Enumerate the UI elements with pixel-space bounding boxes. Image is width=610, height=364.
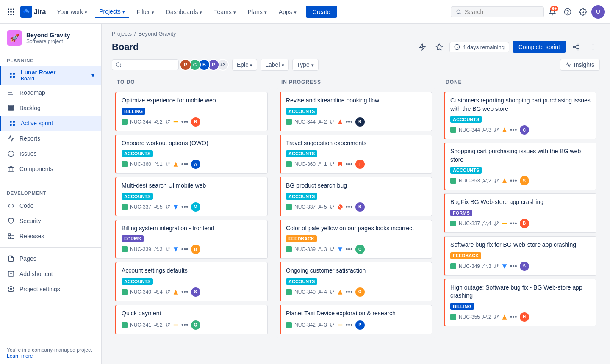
learn-more-link[interactable]: Learn more [7,353,33,359]
notifications-button[interactable]: 9+ [546,5,559,19]
type-filter-button[interactable]: Type [292,59,319,71]
svg-rect-53 [173,121,178,122]
svg-point-104 [497,128,498,130]
nav-right: 9+ U [451,5,605,19]
svg-point-49 [155,120,157,121]
card-more-button[interactable]: ••• [346,321,353,329]
complete-sprint-button[interactable]: Complete sprint [513,41,566,53]
svg-point-117 [497,264,498,265]
table-row[interactable]: Ongoing customer satisfaction ACCOUNTS N… [280,262,432,301]
card-footer: NUC-339 3 ••• B [122,245,262,254]
card-more-button[interactable]: ••• [510,220,517,227]
card-more-button[interactable]: ••• [346,245,353,253]
nav-apps[interactable]: Apps [274,6,301,18]
card-more-button[interactable]: ••• [346,118,353,126]
card-more-button[interactable]: ••• [346,288,353,296]
nav-projects[interactable]: Projects [95,6,129,18]
card-more-button[interactable]: ••• [510,313,517,321]
sidebar-item-pages[interactable]: Pages [0,251,101,266]
table-row[interactable]: Account settings defaults ACCOUNTS NUC-3… [115,262,268,301]
card-count: 5 [318,204,327,210]
table-row[interactable]: Software bug fix for BG Web-store app cr… [444,236,596,276]
help-button[interactable] [561,5,574,19]
table-row[interactable]: BugFix BG Web-store app crashing FORMS N… [444,193,596,233]
jira-logo[interactable]: Jira [20,6,46,18]
nav-dashboards[interactable]: Dashboards [162,6,207,18]
table-row[interactable]: Quick payment NUC-341 2 ••• Q [115,305,268,334]
nav-filter[interactable]: Filter [133,6,158,18]
sidebar-item-add-shortcut[interactable]: Add shortcut [0,266,101,281]
card-more-button[interactable]: ••• [181,160,189,168]
settings-button[interactable] [576,5,590,19]
card-title: Customers reporting shopping cart purcha… [450,97,591,113]
subtask-icon [154,162,159,167]
table-row[interactable]: Customers reporting shopping cart purcha… [444,92,596,139]
sidebar-item-issues[interactable]: Issues [0,146,101,161]
search-bar[interactable] [451,6,544,17]
lightning-button[interactable] [416,40,429,54]
nav-plans[interactable]: Plans [244,6,271,18]
sidebar-item-roadmap[interactable]: Roadmap [0,85,101,100]
card-more-button[interactable]: ••• [181,118,189,126]
table-row[interactable]: Optimize experience for mobile web BILLI… [115,92,268,131]
breadcrumb-projects[interactable]: Projects [112,30,132,37]
sidebar-item-backlog[interactable]: Backlog [0,100,101,116]
user-avatar[interactable]: U [591,5,605,19]
star-button[interactable] [433,40,446,54]
table-row[interactable]: High outage: Software bug fix - BG Web-s… [444,279,596,326]
card-more-button[interactable]: ••• [346,160,353,168]
svg-rect-7 [10,14,11,15]
releases-icon [7,232,15,240]
project-settings-svg [8,286,14,292]
sidebar-item-lunar-rover[interactable]: Lunar Rover Board ▾ [0,66,101,85]
sidebar-item-active-sprint[interactable]: Active sprint [0,116,101,131]
svg-rect-20 [8,108,14,109]
table-row[interactable]: Shopping cart purchasing issues with the… [444,143,596,190]
table-row[interactable]: Color of pale yellow on our pages looks … [280,220,432,259]
table-row[interactable]: Travel suggestion experiments ACCOUNTS N… [280,135,432,174]
nav-teams[interactable]: Teams [210,6,240,18]
card-more-button[interactable]: ••• [510,262,517,270]
assignee-avatar: B [355,202,365,212]
card-count: 3 [318,246,327,252]
sidebar-item-code[interactable]: Code [0,198,101,213]
more-options-button[interactable] [586,40,600,54]
sidebar-item-reports[interactable]: Reports [0,131,101,146]
card-more-button[interactable]: ••• [346,203,353,211]
board-search-input[interactable] [124,61,175,68]
label-filter-button[interactable]: Label [261,59,288,71]
search-input[interactable] [465,8,528,15]
card-id: NUC-344 [294,119,316,125]
card-more-button[interactable]: ••• [510,177,517,185]
breadcrumb-project-name[interactable]: Beyond Gravity [139,30,176,37]
table-row[interactable]: Revise and streamline booking flow ACCOU… [280,92,432,131]
card-tag: ACCOUNTS [286,150,317,157]
board-search[interactable] [112,59,179,70]
table-row[interactable]: Planet Taxi Device exploration & researc… [280,305,432,334]
table-row[interactable]: Onboard workout options (OWO) ACCOUNTS N… [115,135,268,174]
story-icon [286,204,292,210]
sidebar-item-releases[interactable]: Releases [0,229,101,244]
settings-icon [579,8,587,16]
card-more-button[interactable]: ••• [181,321,189,329]
card-more-button[interactable]: ••• [181,288,189,296]
svg-point-44 [593,44,593,45]
epic-filter-button[interactable]: Epic [232,59,257,71]
share-button[interactable] [569,40,583,54]
avatar-1[interactable]: R [180,59,191,71]
insights-button[interactable]: Insights [560,59,600,71]
table-row[interactable]: Multi-dest search UI mobile web ACCOUNTS… [115,177,268,216]
card-title: Revise and streamline booking flow [286,97,427,105]
card-more-button[interactable]: ••• [181,245,189,253]
table-row[interactable]: BG product search bug ACCOUNTS NUC-337 5… [280,177,432,216]
sidebar-item-components[interactable]: Components [0,161,101,176]
apps-grid-icon[interactable] [5,6,17,18]
sidebar-item-security[interactable]: Security [0,213,101,229]
nav-your-work[interactable]: Your work [53,6,92,18]
card-more-button[interactable]: ••• [510,126,517,134]
card-more-button[interactable]: ••• [181,203,189,211]
table-row[interactable]: Billing system integration - frontend FO… [115,220,268,259]
sidebar-item-project-settings[interactable]: Project settings [0,281,101,297]
create-button[interactable]: Create [306,6,337,18]
card-footer: NUC-339 3 ••• C [286,245,427,254]
